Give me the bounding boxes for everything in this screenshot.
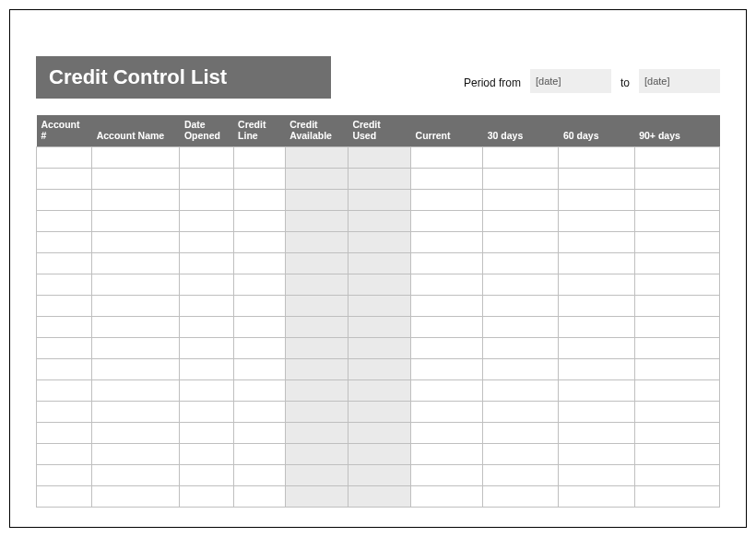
table-cell[interactable] bbox=[348, 147, 410, 169]
table-cell[interactable] bbox=[92, 380, 180, 402]
table-cell[interactable] bbox=[411, 423, 483, 444]
table-cell[interactable] bbox=[92, 465, 180, 486]
period-from-field[interactable]: [date] bbox=[530, 69, 611, 93]
table-cell[interactable] bbox=[634, 465, 719, 486]
table-cell[interactable] bbox=[348, 296, 410, 317]
table-cell[interactable] bbox=[559, 147, 634, 169]
table-cell[interactable] bbox=[37, 359, 92, 380]
table-cell[interactable] bbox=[483, 359, 559, 380]
table-cell[interactable] bbox=[348, 359, 410, 380]
table-cell[interactable] bbox=[180, 402, 233, 423]
table-cell[interactable] bbox=[483, 232, 559, 253]
table-cell[interactable] bbox=[92, 423, 180, 444]
table-cell[interactable] bbox=[92, 169, 180, 190]
table-cell[interactable] bbox=[180, 211, 233, 232]
table-cell[interactable] bbox=[483, 274, 559, 296]
table-cell[interactable] bbox=[285, 359, 348, 380]
table-cell[interactable] bbox=[634, 169, 719, 190]
table-cell[interactable] bbox=[483, 402, 559, 423]
table-cell[interactable] bbox=[180, 190, 233, 211]
table-cell[interactable] bbox=[180, 338, 233, 359]
table-cell[interactable] bbox=[233, 232, 285, 253]
table-cell[interactable] bbox=[634, 444, 719, 465]
table-cell[interactable] bbox=[348, 169, 410, 190]
table-cell[interactable] bbox=[559, 465, 634, 486]
table-cell[interactable] bbox=[285, 190, 348, 211]
table-cell[interactable] bbox=[559, 402, 634, 423]
table-cell[interactable] bbox=[37, 253, 92, 274]
table-cell[interactable] bbox=[37, 402, 92, 423]
table-cell[interactable] bbox=[285, 296, 348, 317]
table-cell[interactable] bbox=[233, 317, 285, 338]
table-cell[interactable] bbox=[37, 317, 92, 338]
table-cell[interactable] bbox=[411, 190, 483, 211]
table-cell[interactable] bbox=[285, 338, 348, 359]
table-cell[interactable] bbox=[92, 232, 180, 253]
table-cell[interactable] bbox=[285, 169, 348, 190]
table-cell[interactable] bbox=[634, 274, 719, 296]
table-cell[interactable] bbox=[411, 274, 483, 296]
table-cell[interactable] bbox=[233, 444, 285, 465]
table-cell[interactable] bbox=[92, 486, 180, 508]
table-cell[interactable] bbox=[233, 380, 285, 402]
table-cell[interactable] bbox=[180, 253, 233, 274]
table-cell[interactable] bbox=[559, 444, 634, 465]
table-cell[interactable] bbox=[559, 317, 634, 338]
table-cell[interactable] bbox=[483, 338, 559, 359]
table-cell[interactable] bbox=[37, 211, 92, 232]
table-cell[interactable] bbox=[285, 274, 348, 296]
table-cell[interactable] bbox=[634, 338, 719, 359]
table-cell[interactable] bbox=[634, 359, 719, 380]
table-cell[interactable] bbox=[180, 444, 233, 465]
table-cell[interactable] bbox=[180, 486, 233, 508]
table-cell[interactable] bbox=[348, 232, 410, 253]
table-cell[interactable] bbox=[411, 232, 483, 253]
table-cell[interactable] bbox=[348, 402, 410, 423]
table-cell[interactable] bbox=[37, 190, 92, 211]
table-cell[interactable] bbox=[180, 232, 233, 253]
table-cell[interactable] bbox=[233, 402, 285, 423]
table-cell[interactable] bbox=[348, 380, 410, 402]
table-cell[interactable] bbox=[37, 232, 92, 253]
table-cell[interactable] bbox=[483, 317, 559, 338]
table-cell[interactable] bbox=[348, 465, 410, 486]
table-cell[interactable] bbox=[348, 253, 410, 274]
table-cell[interactable] bbox=[483, 486, 559, 508]
table-cell[interactable] bbox=[559, 380, 634, 402]
table-cell[interactable] bbox=[634, 423, 719, 444]
table-cell[interactable] bbox=[411, 486, 483, 508]
table-cell[interactable] bbox=[285, 380, 348, 402]
table-cell[interactable] bbox=[92, 317, 180, 338]
table-cell[interactable] bbox=[348, 317, 410, 338]
table-cell[interactable] bbox=[37, 274, 92, 296]
table-cell[interactable] bbox=[483, 423, 559, 444]
table-cell[interactable] bbox=[285, 486, 348, 508]
table-cell[interactable] bbox=[483, 253, 559, 274]
table-cell[interactable] bbox=[348, 444, 410, 465]
table-cell[interactable] bbox=[559, 359, 634, 380]
table-cell[interactable] bbox=[285, 232, 348, 253]
table-cell[interactable] bbox=[180, 423, 233, 444]
table-cell[interactable] bbox=[634, 486, 719, 508]
table-cell[interactable] bbox=[634, 380, 719, 402]
table-cell[interactable] bbox=[285, 444, 348, 465]
table-cell[interactable] bbox=[634, 147, 719, 169]
table-cell[interactable] bbox=[634, 296, 719, 317]
table-cell[interactable] bbox=[233, 190, 285, 211]
table-cell[interactable] bbox=[634, 253, 719, 274]
table-cell[interactable] bbox=[92, 296, 180, 317]
table-cell[interactable] bbox=[483, 190, 559, 211]
table-cell[interactable] bbox=[411, 211, 483, 232]
table-cell[interactable] bbox=[411, 338, 483, 359]
table-cell[interactable] bbox=[411, 147, 483, 169]
table-cell[interactable] bbox=[483, 211, 559, 232]
table-cell[interactable] bbox=[233, 147, 285, 169]
table-cell[interactable] bbox=[348, 211, 410, 232]
table-cell[interactable] bbox=[180, 317, 233, 338]
table-cell[interactable] bbox=[483, 147, 559, 169]
table-cell[interactable] bbox=[180, 169, 233, 190]
table-cell[interactable] bbox=[285, 317, 348, 338]
table-cell[interactable] bbox=[411, 402, 483, 423]
table-cell[interactable] bbox=[483, 296, 559, 317]
table-cell[interactable] bbox=[233, 423, 285, 444]
